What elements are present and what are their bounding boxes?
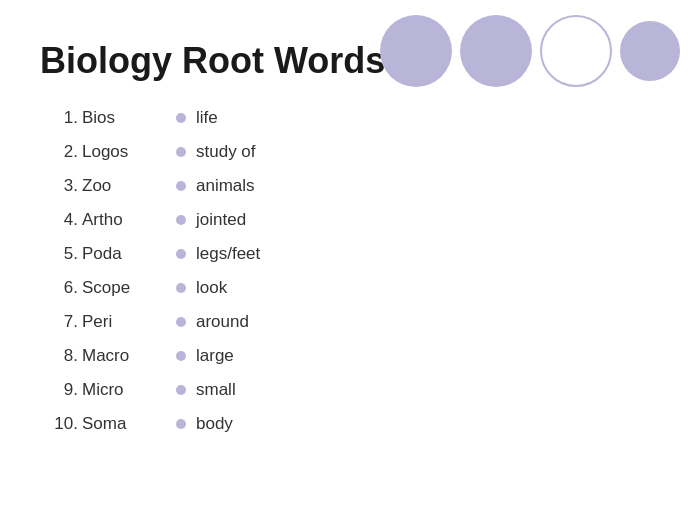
page: Biology Root Words 1.Bioslife2.Logosstud…	[0, 0, 700, 525]
circle-2	[460, 15, 532, 87]
item-term: Scope	[82, 278, 162, 298]
item-term: Peri	[82, 312, 162, 332]
item-definition: around	[196, 312, 249, 332]
bullet-dot-icon	[176, 351, 186, 361]
item-definition: body	[196, 414, 233, 434]
item-term: Logos	[82, 142, 162, 162]
list-item: 9.Microsmall	[40, 374, 660, 406]
bullet-dot-icon	[176, 113, 186, 123]
bullet-dot-icon	[176, 215, 186, 225]
item-number: 7.	[40, 312, 78, 332]
item-term: Soma	[82, 414, 162, 434]
list-item: 10.Somabody	[40, 408, 660, 440]
item-definition: legs/feet	[196, 244, 260, 264]
bullet-dot-icon	[176, 249, 186, 259]
item-number: 10.	[40, 414, 78, 434]
circle-4	[620, 21, 680, 81]
item-definition: jointed	[196, 210, 246, 230]
list-item: 3.Zooanimals	[40, 170, 660, 202]
item-term: Artho	[82, 210, 162, 230]
root-words-list: 1.Bioslife2.Logosstudy of3.Zooanimals4.A…	[40, 102, 660, 440]
bullet-dot-icon	[176, 283, 186, 293]
bullet-dot-icon	[176, 317, 186, 327]
list-item: 6.Scopelook	[40, 272, 660, 304]
item-number: 1.	[40, 108, 78, 128]
list-item: 5.Podalegs/feet	[40, 238, 660, 270]
list-item: 7.Periaround	[40, 306, 660, 338]
item-definition: look	[196, 278, 227, 298]
item-number: 3.	[40, 176, 78, 196]
list-item: 8.Macrolarge	[40, 340, 660, 372]
item-number: 5.	[40, 244, 78, 264]
item-number: 2.	[40, 142, 78, 162]
item-definition: animals	[196, 176, 255, 196]
item-number: 4.	[40, 210, 78, 230]
item-term: Micro	[82, 380, 162, 400]
decorative-circles	[380, 15, 680, 87]
item-number: 8.	[40, 346, 78, 366]
item-term: Zoo	[82, 176, 162, 196]
item-definition: large	[196, 346, 234, 366]
bullet-dot-icon	[176, 181, 186, 191]
item-number: 9.	[40, 380, 78, 400]
bullet-dot-icon	[176, 419, 186, 429]
item-definition: small	[196, 380, 236, 400]
item-definition: study of	[196, 142, 256, 162]
item-definition: life	[196, 108, 218, 128]
item-term: Poda	[82, 244, 162, 264]
list-item: 2.Logosstudy of	[40, 136, 660, 168]
bullet-dot-icon	[176, 147, 186, 157]
list-item: 1.Bioslife	[40, 102, 660, 134]
circle-3	[540, 15, 612, 87]
bullet-dot-icon	[176, 385, 186, 395]
item-term: Bios	[82, 108, 162, 128]
item-term: Macro	[82, 346, 162, 366]
circle-1	[380, 15, 452, 87]
list-item: 4.Arthojointed	[40, 204, 660, 236]
item-number: 6.	[40, 278, 78, 298]
